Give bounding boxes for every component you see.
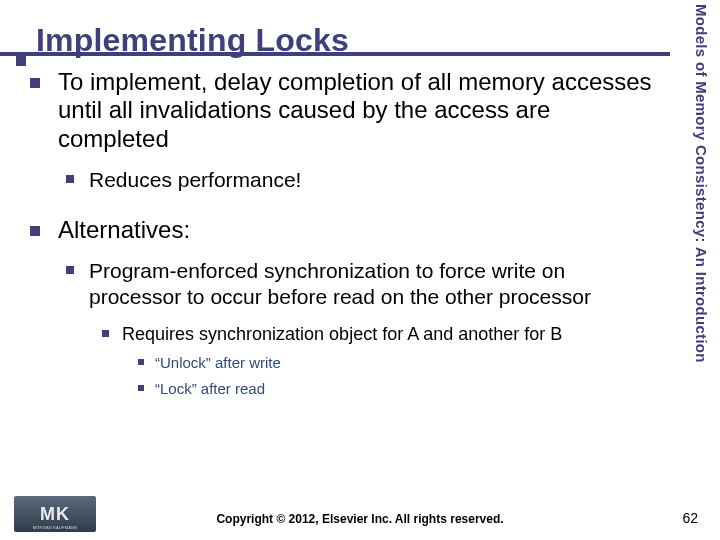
- copyright-text: Copyright © 2012, Elsevier Inc. All righ…: [0, 512, 720, 526]
- bullet-level-3: Requires synchronization object for A an…: [102, 323, 660, 346]
- bullet-level-2: Reduces performance!: [66, 167, 660, 192]
- square-bullet-icon: [66, 266, 74, 274]
- square-bullet-icon: [30, 78, 40, 88]
- bullet-level-1: To implement, delay completion of all me…: [30, 68, 660, 153]
- section-label: Models of Memory Consistency: An Introdu…: [693, 4, 710, 474]
- bullet-level-1: Alternatives:: [30, 216, 660, 244]
- slide-title: Implementing Locks: [36, 22, 349, 59]
- bullet-text: Reduces performance!: [89, 167, 301, 192]
- bullet-text: Alternatives:: [58, 216, 190, 244]
- bullet-text: “Lock” after read: [155, 379, 265, 399]
- square-bullet-icon: [138, 359, 144, 365]
- title-bar: Implementing Locks: [0, 18, 720, 58]
- bullet-level-4: “Unlock” after write: [138, 353, 660, 373]
- bullet-text: Requires synchronization object for A an…: [122, 323, 562, 346]
- bullet-text: Program-enforced synchronization to forc…: [89, 258, 660, 308]
- slide-body: To implement, delay completion of all me…: [30, 68, 660, 404]
- bullet-level-4: “Lock” after read: [138, 379, 660, 399]
- bullet-level-2: Program-enforced synchronization to forc…: [66, 258, 660, 308]
- title-stub: [16, 54, 26, 66]
- square-bullet-icon: [66, 175, 74, 183]
- page-number: 62: [682, 510, 698, 526]
- bullet-text: To implement, delay completion of all me…: [58, 68, 660, 153]
- square-bullet-icon: [30, 226, 40, 236]
- square-bullet-icon: [138, 385, 144, 391]
- square-bullet-icon: [102, 330, 109, 337]
- slide-footer: MK MORGAN KAUFMANN Copyright © 2012, Els…: [0, 488, 720, 540]
- bullet-text: “Unlock” after write: [155, 353, 281, 373]
